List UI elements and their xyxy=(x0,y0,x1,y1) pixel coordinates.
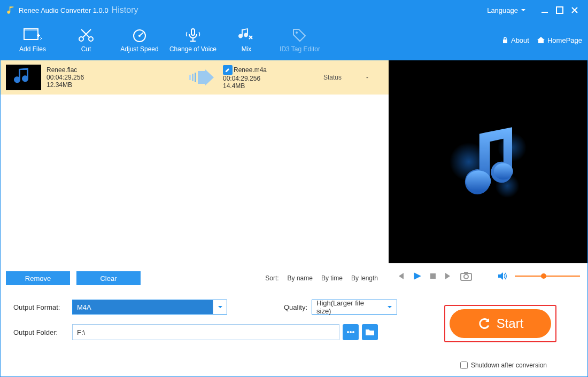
quality-select[interactable]: High(Larger file size) xyxy=(312,300,397,315)
file-thumbnail xyxy=(6,65,41,90)
svg-rect-1 xyxy=(556,7,563,13)
title-bar: Renee Audio Converter 1.0.0 History Lang… xyxy=(1,1,587,20)
close-button[interactable] xyxy=(567,3,582,18)
about-label: About xyxy=(511,36,529,44)
music-note-icon xyxy=(440,114,536,210)
home-icon xyxy=(537,36,545,44)
lock-icon xyxy=(501,36,509,44)
cut-button[interactable]: Cut xyxy=(59,27,113,53)
output-format-label: Output Format: xyxy=(13,303,72,311)
arrow-icon xyxy=(180,69,223,85)
output-folder-input[interactable]: F:\ xyxy=(72,324,339,340)
app-title: Renee Audio Converter 1.0.0 xyxy=(19,6,109,14)
sort-by-name[interactable]: By name xyxy=(288,274,313,282)
destination-filename: Renee.m4a xyxy=(234,66,267,74)
more-button[interactable] xyxy=(343,324,359,340)
svg-point-9 xyxy=(296,32,298,34)
language-label: Language xyxy=(487,6,518,14)
status-value: - xyxy=(351,74,383,81)
source-filename: Renee.flac xyxy=(47,66,180,74)
scissors-icon xyxy=(59,27,113,43)
next-button[interactable] xyxy=(444,272,453,280)
svg-point-5 xyxy=(89,37,93,41)
svg-rect-3 xyxy=(24,29,38,31)
sort-controls: Sort: By name By time By length xyxy=(265,274,378,282)
svg-rect-8 xyxy=(191,29,195,35)
volume-slider[interactable] xyxy=(515,276,580,277)
sort-by-time[interactable]: By time xyxy=(321,274,343,282)
language-dropdown[interactable]: Language xyxy=(487,6,527,14)
svg-rect-13 xyxy=(195,73,196,82)
svg-point-17 xyxy=(466,170,491,192)
shutdown-checkbox[interactable]: Shutdown after conversion xyxy=(460,362,547,369)
svg-point-18 xyxy=(494,163,513,180)
header-links: About HomePage xyxy=(501,36,582,44)
mix-button[interactable]: Mix xyxy=(220,27,273,53)
sort-by-length[interactable]: By length xyxy=(351,274,378,282)
cut-label: Cut xyxy=(59,45,113,53)
output-format-value: M4A xyxy=(73,303,213,311)
source-duration: 00:04:29.256 xyxy=(47,74,180,81)
mix-label: Mix xyxy=(220,45,273,53)
browse-folder-button[interactable] xyxy=(362,324,378,340)
id3-tag-button: ID3 Tag Editor xyxy=(273,27,327,53)
source-size: 12.34MB xyxy=(47,81,180,89)
microphone-icon xyxy=(166,27,220,43)
snapshot-button[interactable] xyxy=(460,271,472,281)
destination-info: Renee.m4a 00:04:29.256 14.4MB xyxy=(223,65,314,90)
svg-rect-22 xyxy=(464,272,468,274)
svg-rect-0 xyxy=(541,12,548,13)
chevron-down-icon[interactable] xyxy=(213,300,227,314)
about-link[interactable]: About xyxy=(501,36,529,44)
quality-label: Quality: xyxy=(249,303,307,311)
output-format-select[interactable]: M4A xyxy=(72,300,227,315)
destination-size: 14.4MB xyxy=(223,82,314,90)
stop-button[interactable] xyxy=(429,272,437,280)
chevron-down-icon[interactable] xyxy=(383,300,397,314)
file-list: Renee.flac 00:04:29.256 12.34MB Renee.m4… xyxy=(1,60,389,289)
change-voice-button[interactable]: Change of Voice xyxy=(166,27,220,53)
sort-label: Sort: xyxy=(265,274,278,282)
preview-canvas xyxy=(389,60,587,263)
refresh-icon xyxy=(477,317,491,331)
prev-button[interactable] xyxy=(396,272,405,280)
app-logo-icon xyxy=(6,5,16,15)
output-folder-label: Output Folder: xyxy=(13,328,72,336)
source-info: Renee.flac 00:04:29.256 12.34MB xyxy=(47,66,180,89)
svg-rect-19 xyxy=(430,273,436,279)
adjust-speed-label: Adjust Speed xyxy=(113,45,166,53)
adjust-speed-button[interactable]: Adjust Speed xyxy=(113,27,166,53)
homepage-link[interactable]: HomePage xyxy=(537,36,582,44)
volume-icon[interactable] xyxy=(498,272,507,280)
svg-rect-11 xyxy=(189,75,191,80)
svg-point-25 xyxy=(352,331,354,333)
output-folder-value: F:\ xyxy=(77,328,85,336)
toolbar: Add Files Cut Adjust Speed Change of Voi… xyxy=(1,20,587,60)
history-link[interactable]: History xyxy=(112,5,138,15)
minimize-button[interactable] xyxy=(537,3,552,18)
svg-point-23 xyxy=(347,331,349,333)
quality-value: High(Larger file size) xyxy=(312,299,383,315)
svg-rect-12 xyxy=(192,74,194,81)
status-header: Status xyxy=(314,74,351,81)
svg-point-21 xyxy=(464,274,468,279)
remove-button[interactable]: Remove xyxy=(6,271,70,285)
maximize-button[interactable] xyxy=(552,3,567,18)
file-row[interactable]: Renee.flac 00:04:29.256 12.34MB Renee.m4… xyxy=(1,60,389,95)
tag-icon xyxy=(273,27,327,43)
destination-duration: 00:04:29.256 xyxy=(223,75,314,82)
film-add-icon xyxy=(6,27,59,43)
mix-icon xyxy=(220,27,273,43)
add-files-button[interactable]: Add Files xyxy=(6,27,59,53)
homepage-label: HomePage xyxy=(547,36,582,44)
add-files-label: Add Files xyxy=(6,45,59,53)
main-area: Renee.flac 00:04:29.256 12.34MB Renee.m4… xyxy=(1,60,587,289)
edit-output-icon[interactable] xyxy=(223,65,233,75)
svg-point-4 xyxy=(79,37,83,41)
svg-point-7 xyxy=(138,35,141,37)
shutdown-check-input[interactable] xyxy=(460,362,468,369)
clear-button[interactable]: Clear xyxy=(76,271,141,285)
start-button[interactable]: Start xyxy=(450,309,551,338)
play-button[interactable] xyxy=(412,271,422,281)
id3-label: ID3 Tag Editor xyxy=(273,45,327,53)
